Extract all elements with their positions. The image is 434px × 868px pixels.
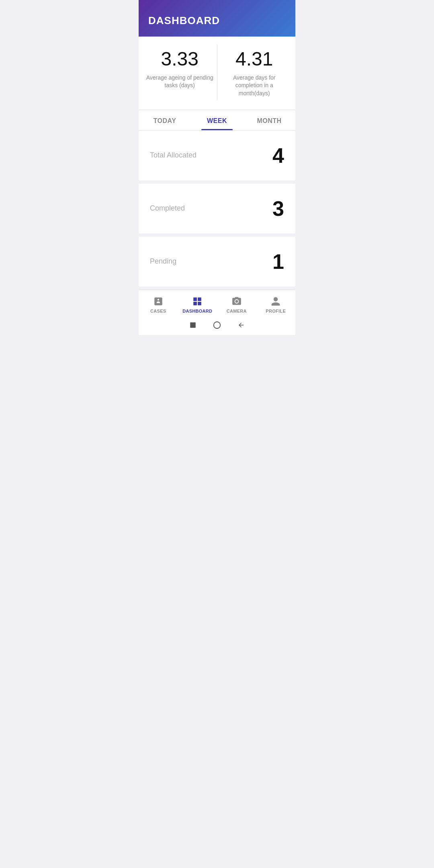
- stat-value-completion: 4.31: [235, 49, 273, 70]
- nav-item-cases[interactable]: CASES: [139, 293, 178, 315]
- bottom-nav: CASES DASHBOARD CAMERA PROFILE: [139, 290, 295, 317]
- page-title: DASHBOARD: [148, 14, 220, 27]
- metric-total-allocated: Total Allocated 4: [139, 131, 295, 180]
- nav-item-camera[interactable]: CAMERA: [217, 293, 256, 315]
- metric-completed: Completed 3: [139, 184, 295, 233]
- stat-value-ageing: 3.33: [161, 49, 199, 70]
- profile-icon: [270, 296, 281, 307]
- nav-label-profile: PROFILE: [266, 309, 286, 313]
- metric-label-completed: Completed: [150, 204, 185, 213]
- tabs-bar: TODAY WEEK MONTH: [139, 110, 295, 131]
- svg-point-1: [214, 321, 221, 328]
- system-bar: [139, 317, 295, 335]
- tab-week[interactable]: WEEK: [191, 110, 243, 130]
- system-back-square[interactable]: [189, 321, 197, 329]
- metric-pending: Pending 1: [139, 237, 295, 287]
- metric-label-pending: Pending: [150, 257, 176, 266]
- metric-value-completed: 3: [272, 197, 284, 221]
- nav-label-cases: CASES: [150, 309, 166, 313]
- camera-icon: [231, 296, 242, 307]
- dashboard-icon: [192, 296, 203, 307]
- system-home-circle[interactable]: [213, 321, 221, 330]
- stat-card-ageing: 3.33 Average ageing of pending tasks (da…: [143, 45, 217, 100]
- nav-item-dashboard[interactable]: DASHBOARD: [178, 293, 217, 315]
- metric-label-total-allocated: Total Allocated: [150, 151, 197, 160]
- nav-label-dashboard: DASHBOARD: [182, 309, 212, 313]
- metrics-section: Total Allocated 4 Completed 3 Pending 1: [139, 131, 295, 290]
- tab-today[interactable]: TODAY: [139, 110, 191, 130]
- system-back-arrow[interactable]: [237, 321, 245, 329]
- svg-rect-0: [190, 322, 196, 328]
- stat-label-completion: Average days for completion in a month(d…: [221, 74, 289, 98]
- header: DASHBOARD: [139, 0, 295, 37]
- metric-value-total-allocated: 4: [272, 143, 284, 168]
- nav-item-profile[interactable]: PROFILE: [256, 293, 296, 315]
- nav-label-camera: CAMERA: [227, 309, 247, 313]
- stat-label-ageing: Average ageing of pending tasks (days): [146, 74, 214, 90]
- stat-card-completion: 4.31 Average days for completion in a mo…: [217, 45, 292, 100]
- stats-row: 3.33 Average ageing of pending tasks (da…: [139, 37, 295, 110]
- tab-month[interactable]: MONTH: [243, 110, 295, 130]
- metric-value-pending: 1: [272, 250, 284, 274]
- cases-icon: [153, 296, 164, 307]
